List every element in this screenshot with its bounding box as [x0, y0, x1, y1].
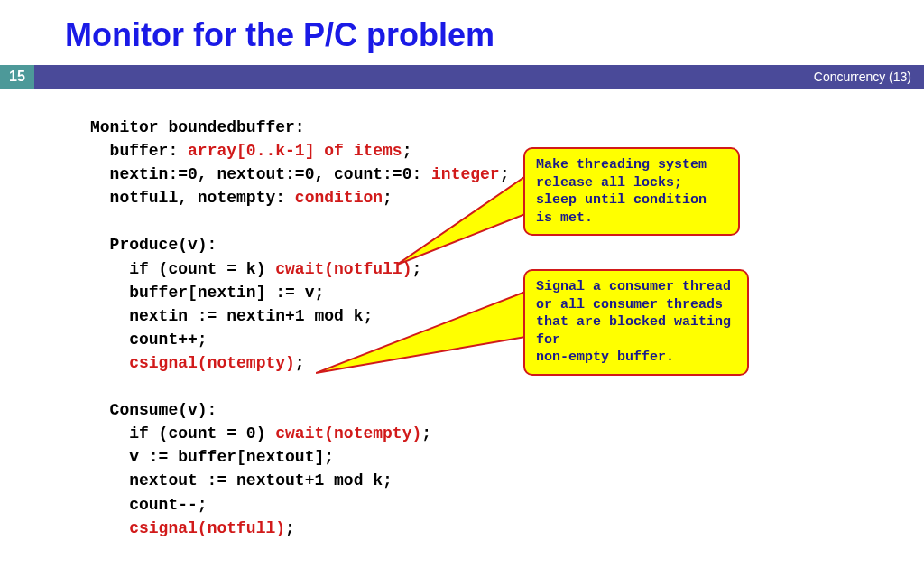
- callout-text: Make threading system: [536, 157, 707, 172]
- code-line: buffer[nextin] := v;: [90, 284, 324, 302]
- header-bar: 15 Concurrency (13): [0, 65, 924, 89]
- callout-text: non-empty buffer.: [536, 350, 674, 365]
- code-line: if (count = k): [90, 260, 275, 278]
- callout-1: Make threading system release all locks;…: [523, 147, 740, 236]
- code-block: Monitor boundedbuffer: buffer: array[0..…: [0, 89, 924, 540]
- callout-text: Signal a consumer thread: [536, 279, 731, 294]
- code-keyword: condition: [295, 189, 383, 207]
- code-keyword: cwait(notempty): [275, 424, 421, 443]
- code-text: ;: [295, 354, 305, 372]
- code-line: Monitor boundedbuffer:: [90, 118, 305, 136]
- callout-text: sleep until condition is met.: [536, 192, 707, 226]
- code-line: nextout := nextout+1 mod k;: [90, 471, 393, 489]
- code-text: ;: [383, 189, 393, 207]
- callout-text: release all locks;: [536, 175, 682, 191]
- code-keyword: array[0..k-1] of items: [188, 142, 402, 160]
- code-line: count--;: [90, 496, 208, 514]
- code-line: nextin := nextin+1 mod k;: [90, 307, 373, 325]
- code-keyword: cwait(notfull): [275, 260, 411, 278]
- code-text: ;: [411, 260, 421, 278]
- code-line: notfull, notempty:: [90, 189, 295, 207]
- slide-title: Monitor for the P/C problem: [0, 0, 924, 65]
- code-keyword: csignal(notfull): [129, 519, 285, 537]
- lecture-label: Concurrency (13): [814, 70, 911, 84]
- code-line: count++;: [90, 331, 208, 349]
- page-number: 15: [0, 65, 34, 89]
- code-text: ;: [402, 142, 412, 160]
- code-line: if (count = 0): [90, 424, 275, 443]
- callout-text: that are blocked waiting for: [536, 314, 731, 348]
- code-line: nextin:=0, nextout:=0, count:=0:: [90, 165, 431, 183]
- code-line: v := buffer[nextout];: [90, 448, 334, 466]
- callout-2: Signal a consumer thread or all consumer…: [523, 269, 749, 376]
- code-line: Produce(v):: [90, 236, 217, 254]
- code-line: buffer:: [90, 142, 188, 160]
- code-text: ;: [500, 165, 510, 183]
- code-keyword: csignal(notempty): [129, 354, 295, 372]
- code-text: ;: [421, 424, 431, 443]
- code-line: Consume(v):: [90, 401, 217, 419]
- code-text: ;: [285, 519, 295, 537]
- callout-text: or all consumer threads: [536, 297, 723, 312]
- code-line: [90, 519, 129, 537]
- code-keyword: integer: [431, 165, 500, 183]
- code-line: [90, 354, 129, 372]
